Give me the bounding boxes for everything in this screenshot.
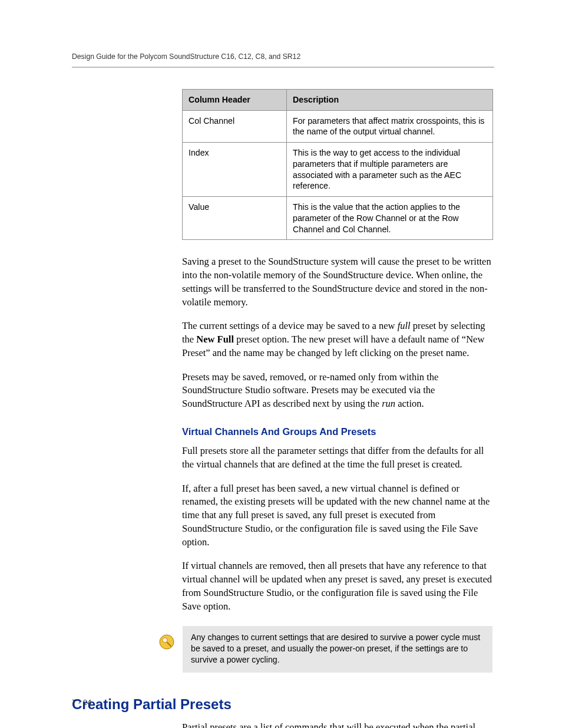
note-icon xyxy=(159,634,174,650)
text-run: action. xyxy=(395,398,424,409)
subsection-heading: Virtual Channels And Groups And Presets xyxy=(182,426,494,437)
emphasis-text: run xyxy=(382,398,395,409)
strong-text: New Full xyxy=(196,334,234,345)
definitions-table: Column Header Description Col Channel Fo… xyxy=(182,89,493,240)
content-column: Column Header Description Col Channel Fo… xyxy=(182,89,494,613)
emphasis-text: full xyxy=(398,320,411,331)
content-column: Partial presets are a list of commands t… xyxy=(182,721,494,728)
table-header-row: Column Header Description xyxy=(183,90,493,111)
note-text: Any changes to current settings that are… xyxy=(191,633,480,664)
paragraph: Presets may be saved, removed, or re-nam… xyxy=(182,371,494,411)
paragraph: If, after a full preset has been saved, … xyxy=(182,482,494,549)
page-number: 7 - 24 xyxy=(72,698,91,707)
table-header-cell: Description xyxy=(287,90,493,111)
table-cell: For parameters that affect matrix crossp… xyxy=(287,110,493,142)
note-box: Any changes to current settings that are… xyxy=(183,626,492,672)
svg-point-1 xyxy=(163,638,167,643)
section-heading: Creating Partial Presets xyxy=(72,696,494,713)
running-header: Design Guide for the Polycom SoundStruct… xyxy=(72,52,494,61)
header-rule xyxy=(72,67,494,68)
table-cell: This is the way to get access to the ind… xyxy=(287,143,493,197)
paragraph: Saving a preset to the SoundStructure sy… xyxy=(182,255,494,309)
table-row: Value This is the value that the action … xyxy=(183,197,493,240)
table-cell: Index xyxy=(183,143,287,197)
paragraph: Full presets store all the parameter set… xyxy=(182,444,494,472)
paragraph: Partial presets are a list of commands t… xyxy=(182,721,494,728)
text-run: The current settings of a device may be … xyxy=(182,320,398,331)
paragraph: If virtual channels are removed, then al… xyxy=(182,559,494,613)
table-row: Col Channel For parameters that affect m… xyxy=(183,110,493,142)
table-cell: Value xyxy=(183,197,287,240)
paragraph: The current settings of a device may be … xyxy=(182,319,494,360)
note-row: Any changes to current settings that are… xyxy=(159,626,494,672)
table-header-cell: Column Header xyxy=(183,90,287,111)
table-cell: Col Channel xyxy=(183,110,287,142)
table-cell: This is the value that the action applie… xyxy=(287,197,493,240)
table-row: Index This is the way to get access to t… xyxy=(183,143,493,197)
page: Design Guide for the Polycom SoundStruct… xyxy=(0,0,562,728)
